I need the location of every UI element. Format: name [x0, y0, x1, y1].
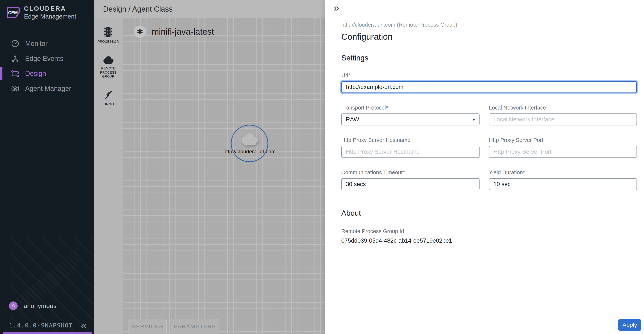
local-network-interface-input[interactable]	[489, 113, 637, 125]
page-header: Design / Agent Class	[94, 0, 325, 18]
communications-timeout-label: Communications Timeout*	[341, 169, 480, 176]
apply-button[interactable]: Apply	[618, 320, 642, 331]
remote-process-group-node[interactable]: http://cloudera-url.com	[231, 125, 268, 162]
sidebar-item-label: Edge Events	[25, 55, 63, 62]
local-network-interface-group: Local Network Interface	[489, 105, 637, 125]
http-proxy-hostname-group: Http Proxy Server Hostname	[341, 137, 480, 158]
cloud-icon	[102, 56, 114, 64]
toolbar-item-processor[interactable]: PROCESSOR	[94, 26, 123, 44]
brand-name: CLOUDERA	[24, 5, 76, 12]
toolbar-item-remote-process-group[interactable]: REMOTE PROCESS GROUP	[94, 56, 123, 78]
panel-subtitle: http://cloudera-url.com (Remote Process …	[341, 22, 637, 28]
yield-duration-label: Yield Duration*	[489, 169, 637, 176]
http-proxy-hostname-input[interactable]	[341, 146, 480, 158]
remote-process-group-id-value: 075dd039-05d4-482c-ab14-ee5719e02be1	[341, 237, 637, 244]
cloud-icon	[239, 132, 260, 146]
remote-process-group-id-label: Remote Process Group Id	[341, 228, 637, 234]
flow-canvas[interactable]: ✱ minifi-java-latest http://cloudera-url…	[123, 18, 325, 334]
yield-duration-group: Yield Duration*	[489, 169, 637, 190]
avatar: A	[9, 302, 18, 310]
form-row-3: Communications Timeout* Yield Duration*	[341, 169, 637, 190]
canvas-title-row: ✱ minifi-java-latest	[134, 25, 214, 38]
http-proxy-hostname-label: Http Proxy Server Hostname	[341, 137, 480, 143]
sidebar-item-monitor[interactable]: Monitor	[0, 36, 94, 51]
sidebar: CEM CLOUDERA Edge Management Monitor	[0, 0, 94, 334]
toolbar-item-label: FUNNEL	[102, 102, 115, 106]
flow-name: minifi-java-latest	[152, 26, 214, 37]
yield-duration-input[interactable]	[489, 178, 637, 190]
panel-collapse-icon[interactable]: »	[334, 2, 339, 13]
cem-badge-label: CEM	[8, 10, 18, 15]
design-flow-icon	[11, 69, 20, 78]
edge-events-icon	[11, 54, 20, 63]
toolbar-item-funnel[interactable]: FUNNEL	[94, 90, 123, 106]
http-proxy-port-label: Http Proxy Server Port	[489, 137, 637, 143]
http-proxy-port-input[interactable]	[489, 146, 637, 158]
processor-chip-icon	[104, 26, 113, 37]
component-toolbar: PROCESSOR REMOTE PROCESS GROUP	[94, 18, 123, 334]
transport-protocol-value: RAW	[346, 116, 359, 123]
app-logo: CEM CLOUDERA Edge Management	[0, 0, 94, 20]
cem-badge-icon: CEM	[7, 6, 20, 18]
communications-timeout-input[interactable]	[341, 178, 480, 190]
panel-title: Configuration	[341, 32, 637, 42]
app-version: 1.4.0.0-SNAPSHOT	[9, 322, 73, 329]
breadcrumb[interactable]: Design / Agent Class	[103, 5, 172, 13]
http-proxy-port-group: Http Proxy Server Port	[489, 137, 637, 158]
funnel-arrows-icon	[104, 90, 113, 100]
tab-parameters[interactable]: PARAMETERS	[171, 319, 219, 334]
transport-protocol-label: Transport Protocol*	[341, 105, 480, 111]
app-root: CEM CLOUDERA Edge Management Monitor	[0, 0, 644, 334]
brand-product: Edge Management	[24, 13, 76, 20]
user-name: anonymous	[24, 302, 56, 310]
chevron-down-icon: ▾	[472, 117, 475, 122]
agent-manager-icon	[11, 84, 20, 93]
tab-services[interactable]: SERVICES	[128, 319, 167, 334]
form-row-1: Transport Protocol* RAW ▾ Local Network …	[341, 105, 637, 125]
local-network-interface-label: Local Network Interface	[489, 105, 637, 111]
sidebar-collapse-icon[interactable]: «	[81, 322, 87, 329]
brand-text: CLOUDERA Edge Management	[24, 5, 76, 20]
about-heading: About	[341, 209, 637, 217]
user-menu[interactable]: A anonymous	[9, 302, 56, 310]
sidebar-item-design[interactable]: Design	[0, 66, 94, 81]
settings-heading: Settings	[341, 54, 637, 62]
configuration-panel: » http://cloudera-url.com (Remote Proces…	[325, 0, 644, 334]
form-row-2: Http Proxy Server Hostname Http Proxy Se…	[341, 137, 637, 158]
node-label: http://cloudera-url.com	[224, 149, 276, 155]
gauge-icon	[11, 39, 20, 48]
sidebar-accent-strip	[3, 332, 92, 334]
communications-timeout-group: Communications Timeout*	[341, 169, 480, 190]
toolbar-item-label: REMOTE PROCESS GROUP	[97, 66, 120, 78]
url-input[interactable]	[341, 81, 637, 93]
sidebar-item-edge-events[interactable]: Edge Events	[0, 51, 94, 66]
url-label: Url*	[341, 72, 637, 78]
transport-protocol-select[interactable]: RAW ▾	[341, 113, 480, 125]
sidebar-footer: 1.4.0.0-SNAPSHOT «	[9, 322, 87, 329]
sidebar-item-label: Agent Manager	[25, 85, 71, 92]
toolbar-item-label: PROCESSOR	[98, 40, 119, 44]
canvas-bottom-tabs: SERVICES PARAMETERS	[128, 319, 219, 334]
sidebar-item-agent-manager[interactable]: Agent Manager	[0, 81, 94, 96]
flow-status-icon: ✱	[134, 25, 146, 38]
sidebar-nav: Monitor Edge Events Design	[0, 36, 94, 96]
sidebar-item-label: Design	[25, 70, 46, 77]
transport-protocol-group: Transport Protocol* RAW ▾	[341, 105, 480, 125]
sidebar-item-label: Monitor	[25, 40, 48, 47]
url-field-group: Url*	[341, 72, 637, 93]
panel-content: http://cloudera-url.com (Remote Process …	[325, 0, 644, 244]
